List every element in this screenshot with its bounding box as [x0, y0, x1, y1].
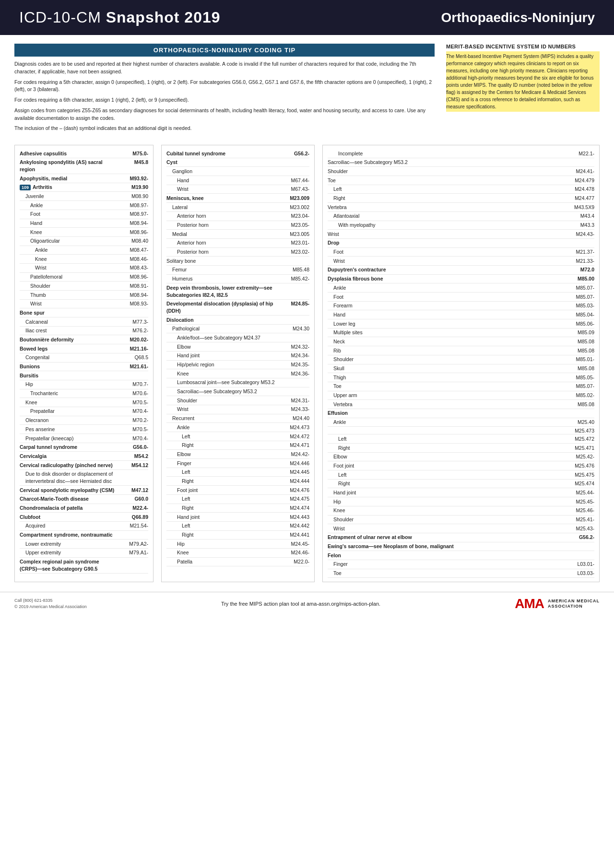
row-label: Hand joint	[166, 352, 278, 359]
row-code: M25.473	[563, 428, 594, 434]
row-code: M24.34-	[278, 352, 309, 358]
row-label: Carpal tunnel syndrome	[20, 444, 117, 451]
table-row: PathologicalM24.30	[166, 325, 309, 334]
table-row: FemurM85.48	[166, 266, 309, 275]
row-code: M21.16-	[117, 346, 148, 352]
table-row: Foot jointM24.476	[166, 486, 309, 495]
table-row: KneeM24.46-	[166, 549, 309, 558]
row-code: M24.441	[278, 532, 309, 538]
table-row: FootM21.37-	[328, 248, 594, 257]
header-subtitle: Orthopaedics-Noninjury	[441, 10, 595, 25]
row-code: M25.475	[563, 472, 594, 478]
row-code: M85.09	[563, 329, 594, 335]
row-label: Charcot-Marie-Tooth disease	[20, 495, 117, 503]
table-row: ShoulderM25.41-	[328, 516, 594, 525]
row-code: M23.01-	[278, 240, 309, 246]
row-label: Right	[166, 478, 278, 485]
row-label: Hip	[328, 498, 563, 505]
footer-copyright: © 2019 American Medical Association	[14, 604, 87, 610]
row-label: Shoulder	[328, 168, 563, 175]
table-row: IncompleteM22.1-	[328, 149, 594, 158]
row-label: Wrist	[166, 406, 278, 413]
table-row: HandM67.44-	[166, 176, 309, 185]
row-code: M79.A1-	[117, 550, 148, 555]
table-row: Chondromalacia of patellaM22.4-	[20, 504, 148, 513]
table-row: HumerusM85.42-	[166, 275, 309, 284]
row-label: Dupuytren's contracture	[328, 266, 563, 273]
row-label: Sacroiliac—see Subcategory M53.2	[328, 159, 563, 166]
table-row: CalcanealM77.3-	[20, 317, 148, 327]
row-code: M23.04-	[278, 213, 309, 219]
row-label: Lateral	[166, 204, 278, 211]
row-code: M22.4-	[117, 505, 148, 511]
table-row: Multiple sitesM85.09	[328, 328, 594, 338]
row-label: Deep vein thrombosis, lower extremity—se…	[166, 284, 278, 298]
row-code: M08.97-	[117, 202, 148, 208]
table-row: Lower legM85.06-	[328, 319, 594, 328]
table-row: KneeM25.46-	[328, 506, 594, 516]
row-code: M70.4-	[117, 408, 148, 414]
table-row: Lower extremityM79.A2-	[20, 540, 148, 549]
row-label: Shoulder	[166, 397, 278, 404]
mid-entries: Cubital tunnel syndromeG56.2-CystGanglio…	[166, 149, 309, 566]
row-label: Lower extremity	[20, 540, 117, 548]
row-label: Foot joint	[166, 487, 278, 494]
merit-box: MERIT-BASED INCENTIVE SYSTEM ID NUMBERS …	[446, 44, 600, 135]
table-row: Cervical radiculopathy (pinched nerve)M5…	[20, 461, 148, 470]
row-code: M24.475	[278, 496, 309, 502]
table-row: HipM24.45-	[166, 540, 309, 549]
table-row: Apophysitis, medialM93.92-	[20, 174, 148, 183]
row-label: Shoulder	[328, 356, 563, 363]
row-code: M24.42-	[278, 451, 309, 457]
table-row: Ankle/foot—see Subcategory M24.37	[166, 333, 309, 342]
row-code: M24.446	[278, 460, 309, 466]
row-label: Elbow	[166, 343, 278, 351]
ama-logo: AMA	[515, 596, 544, 611]
row-label: Recurrent	[166, 415, 278, 422]
row-code: M08.97-	[117, 211, 148, 217]
table-row: Dysplasia fibrous boneM85.00	[328, 275, 594, 284]
row-label: Left	[166, 433, 278, 440]
table-row: Pes anserineM70.5-	[20, 425, 148, 434]
row-label: Ewing's sarcoma—see Neoplasm of bone, ma…	[328, 543, 563, 550]
row-label: Shoulder	[20, 282, 117, 290]
row-label: Knee	[20, 399, 117, 406]
row-code: M76.2-	[117, 328, 148, 333]
table-row: Bone spur	[20, 308, 148, 317]
table-row: FingerM24.446	[166, 459, 309, 468]
row-code: M85.48	[278, 267, 309, 272]
ama-text-line2: ASSOCIATION	[548, 604, 600, 610]
row-code: M23.002	[278, 204, 309, 210]
table-row: RightM24.471	[166, 441, 309, 450]
table-row: LeftM25.472	[328, 434, 594, 444]
row-code: Q66.89	[117, 514, 148, 520]
row-label: Acquired	[20, 522, 117, 529]
row-code: M85.05-	[563, 375, 594, 380]
row-code: M08.96-	[117, 229, 148, 235]
row-code: M24.445	[278, 469, 309, 475]
table-row: HandM08.94-	[20, 219, 148, 228]
row-label: Right	[328, 480, 563, 487]
row-label: Left	[328, 435, 563, 443]
row-label: Hip	[166, 540, 278, 548]
row-code: G60.0	[117, 496, 148, 502]
table-row: Effusion	[328, 409, 594, 418]
footer-right: AMA AMERICAN MEDICAL ASSOCIATION	[515, 596, 600, 611]
table-row: WristM21.33-	[328, 257, 594, 266]
row-label: Adhesive capsulitis	[20, 150, 117, 157]
row-label: Chondromalacia of patella	[20, 504, 117, 512]
row-label: Wrist	[20, 300, 117, 307]
row-label: Knee	[20, 229, 117, 236]
table-row: Lumbosacral joint—see Subcategory M53.2	[166, 378, 309, 387]
row-label: Left	[328, 471, 563, 479]
table-row: Upper extremityM79.A1-	[20, 549, 148, 558]
table-row: ToeM24.479	[328, 176, 594, 185]
table-row: FingerL03.01-	[328, 560, 594, 569]
row-label: Medial	[166, 231, 278, 238]
table-row: KneeM70.5-	[20, 398, 148, 407]
table-row: Hand jointM24.34-	[166, 352, 309, 361]
table-row: ToeL03.03-	[328, 569, 594, 578]
table-row: LeftM25.475	[328, 470, 594, 480]
row-label: Meniscus, knee	[166, 195, 278, 202]
table-row: With myelopathyM43.3	[328, 221, 594, 230]
